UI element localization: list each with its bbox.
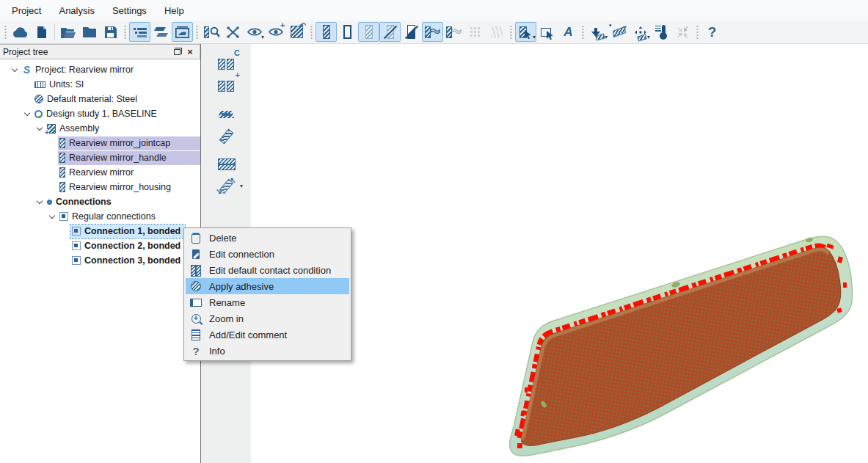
tree-row[interactable]: Units: SI [0, 77, 200, 92]
chevron-down-icon[interactable] [12, 65, 18, 71]
menu-settings[interactable]: Settings [103, 2, 156, 19]
toolbar-grip[interactable] [4, 24, 7, 40]
toolbar-grip[interactable] [696, 24, 699, 40]
toolbar-grip[interactable] [310, 24, 313, 40]
fit-view-icon[interactable] [222, 22, 244, 42]
import-loads-icon[interactable]: ▾ [587, 22, 608, 42]
context-menu-item[interactable]: Edit connection [186, 246, 349, 262]
context-menu: Delete Edit connection Edit default cont… [183, 227, 351, 361]
tree-row-body[interactable]: Rearview mirror_housing [58, 181, 200, 194]
show-outline-icon[interactable] [337, 22, 358, 42]
context-menu-item[interactable]: Delete [186, 230, 349, 246]
tree-row[interactable]: Connection 1, bonded [0, 224, 200, 238]
chevron-down-icon[interactable] [37, 197, 43, 203]
chevron-down-icon[interactable] [37, 124, 43, 130]
collapse-icon[interactable] [672, 22, 693, 42]
tree-row-body[interactable]: Assembly [45, 122, 200, 136]
context-menu-item[interactable]: Zoom in [186, 310, 349, 327]
menu-project[interactable]: Project [3, 2, 50, 19]
spot-weld-icon[interactable] [214, 126, 238, 147]
measure-icon[interactable]: A [558, 22, 579, 42]
seam-weld-icon[interactable] [214, 104, 238, 125]
float-panel-button[interactable] [170, 46, 183, 58]
float-panel-icon [174, 49, 180, 55]
context-menu-item[interactable]: Add/Edit comment [186, 327, 349, 343]
chevron-slot [21, 113, 33, 115]
context-menu-item-icon [190, 233, 202, 244]
cloud-icon[interactable] [10, 22, 31, 42]
show-all-icon[interactable]: + [265, 22, 286, 42]
tree-row-body[interactable]: Connections [45, 195, 200, 209]
context-menu-item[interactable]: Rename [186, 294, 349, 310]
save-icon[interactable] [100, 22, 121, 42]
toolbar-grip[interactable] [581, 24, 585, 40]
contact-conditions-icon[interactable] [214, 154, 238, 175]
show-transparent-icon[interactable] [358, 22, 379, 42]
tree-row-body[interactable]: Design study 1, BASELINE [33, 107, 200, 121]
comments-icon[interactable] [150, 22, 172, 42]
menu-analysis[interactable]: Analysis [50, 2, 103, 19]
moment-load-icon[interactable]: •⌄ [608, 22, 630, 42]
rotate-part-icon[interactable]: ↶ [286, 22, 307, 42]
dropdown-caret-icon: ▾ [647, 34, 650, 40]
context-menu-item[interactable]: Edit default contact condition [186, 262, 349, 278]
folder-icon[interactable] [79, 22, 100, 42]
tree-row[interactable]: Connections [0, 194, 200, 209]
tree-row[interactable]: Connection 3, bonded [0, 253, 200, 268]
mask-parts-icon[interactable] [422, 22, 443, 42]
tree-row[interactable]: Rearview mirror_handle [0, 150, 200, 165]
tree-item-icon [22, 64, 32, 76]
close-panel-button[interactable]: × [183, 46, 197, 58]
pick-parts-icon[interactable]: ▾ [515, 22, 536, 42]
tree-row[interactable]: Regular connections [0, 209, 200, 224]
toolbar-grip[interactable] [509, 24, 513, 40]
displacement-icon[interactable]: ▾ [630, 22, 651, 42]
tree-row[interactable]: Rearview mirror_housing [0, 180, 200, 194]
show-springs-icon[interactable] [486, 22, 507, 42]
tree-row-body[interactable]: Project: Rearview mirror [21, 63, 200, 77]
context-menu-item-label: Rename [209, 297, 245, 308]
tree-row-body[interactable]: Rearview mirror_jointcap [58, 136, 200, 150]
tree-row-body[interactable]: Default material: Steel [33, 92, 200, 106]
tree-row[interactable]: Project: Rearview mirror [0, 62, 200, 77]
show-hidden-icon[interactable] [401, 22, 422, 42]
toolbar-grip[interactable] [195, 24, 199, 40]
resolve-interference-icon[interactable]: ↘↖ ▾ [214, 176, 238, 197]
tree-row-body[interactable]: Connection 2, bonded [70, 239, 200, 253]
tree-item-label: Regular connections [72, 211, 156, 222]
zoom-window-icon[interactable] [201, 22, 222, 42]
visibility-icon[interactable]: ▾ [244, 22, 265, 42]
new-file-icon[interactable] [31, 22, 52, 42]
mirror-face[interactable] [522, 248, 840, 445]
chevron-down-icon[interactable] [49, 212, 55, 218]
tree-row-body[interactable]: Rearview mirror_handle [58, 151, 200, 165]
show-parts-icon[interactable] [316, 22, 337, 42]
chevron-slot [34, 201, 45, 203]
tree-row[interactable]: Design study 1, BASELINE [0, 106, 200, 121]
tree-row-body[interactable]: Connection 1, bonded [70, 225, 185, 238]
tree-row[interactable]: Rearview mirror [0, 165, 200, 180]
menu-help[interactable]: Help [156, 2, 193, 19]
context-menu-item[interactable]: Info [186, 343, 349, 359]
project-tree-toggle-icon[interactable] [129, 22, 150, 42]
hide-parts-icon[interactable] [379, 22, 401, 42]
open-project-icon[interactable] [57, 22, 79, 42]
tree-row[interactable]: Rearview mirror_jointcap [0, 136, 200, 150]
tree-row-body[interactable]: Connection 3, bonded [70, 254, 200, 268]
tree-row-body[interactable]: Rearview mirror [58, 166, 200, 180]
pick-box-icon[interactable] [536, 22, 558, 42]
tree-row[interactable]: Connection 2, bonded [0, 238, 200, 253]
unmask-parts-icon[interactable] [443, 22, 464, 42]
tree-row-body[interactable]: Regular connections [58, 210, 200, 224]
tree-row-body[interactable]: Units: SI [33, 78, 200, 92]
help-icon[interactable]: ? [701, 22, 723, 42]
tree-row[interactable]: Assembly [0, 121, 200, 136]
context-menu-item[interactable]: Apply adhesive [186, 278, 349, 294]
chevron-down-icon[interactable] [24, 109, 30, 115]
tree-row[interactable]: Default material: Steel [0, 92, 200, 106]
thermal-load-icon[interactable] [651, 22, 672, 42]
show-vertices-icon[interactable] [464, 22, 486, 42]
display-window-icon[interactable] [172, 22, 193, 42]
add-connection-icon[interactable]: + [214, 75, 238, 95]
toolbar-grip[interactable] [123, 24, 127, 40]
